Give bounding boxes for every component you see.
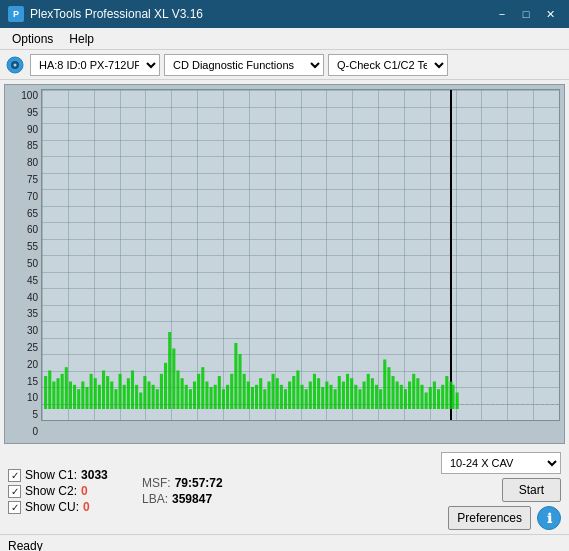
y-axis: 100 95 90 85 80 75 70 65 60 55 50 45 40 … [9,89,41,439]
svg-rect-18 [106,376,109,409]
msf-value: 79:57:72 [175,476,223,490]
drive-select[interactable]: HA:8 ID:0 PX-712UF [30,54,160,76]
svg-rect-46 [222,389,225,409]
start-button[interactable]: Start [502,478,561,502]
svg-rect-23 [127,378,130,409]
svg-rect-62 [288,382,291,410]
chart-area: 100 95 90 85 80 75 70 65 60 55 50 45 40 … [4,84,565,444]
svg-rect-41 [201,367,204,409]
svg-rect-20 [114,389,117,409]
svg-rect-103 [456,393,459,410]
pref-row: Preferences ℹ [448,506,561,530]
svg-rect-12 [81,382,84,410]
svg-rect-73 [334,389,337,409]
lba-value: 359847 [172,492,212,506]
test-select[interactable]: Q-Check C1/C2 Test [328,54,448,76]
svg-rect-75 [342,382,345,410]
svg-rect-61 [284,389,287,409]
menu-bar: Options Help [0,28,569,50]
svg-rect-24 [131,371,134,410]
svg-rect-52 [247,382,250,410]
svg-rect-100 [445,376,448,409]
menu-help[interactable]: Help [61,30,102,48]
svg-rect-95 [425,393,428,410]
svg-rect-90 [404,389,407,409]
svg-rect-10 [73,385,76,409]
svg-rect-36 [181,378,184,409]
svg-rect-98 [437,389,440,409]
cu-row: ✓ Show CU: 0 [8,500,118,514]
checks-column: ✓ Show C1: 3033 ✓ Show C2: 0 ✓ Show CU: … [8,468,118,514]
show-c2-checkbox[interactable]: ✓ [8,485,21,498]
controls-column: 10-24 X CAV 4 X CAV 8 X CAV 16 X CAV Sta… [441,452,561,530]
svg-rect-11 [77,389,80,409]
svg-rect-92 [412,374,415,409]
c1-value: 3033 [81,468,108,482]
svg-rect-76 [346,374,349,409]
svg-rect-45 [218,376,221,409]
preferences-button[interactable]: Preferences [448,506,531,530]
chart-svg [42,90,559,420]
function-select[interactable]: CD Diagnostic Functions [164,54,324,76]
svg-rect-44 [214,385,217,409]
svg-rect-63 [292,376,295,409]
app-icon: P [8,6,24,22]
svg-rect-30 [156,389,159,409]
svg-rect-53 [251,387,254,409]
speed-select[interactable]: 10-24 X CAV 4 X CAV 8 X CAV 16 X CAV [441,452,561,474]
window-title: PlexTools Professional XL V3.16 [30,7,203,21]
svg-rect-26 [139,393,142,410]
svg-rect-6 [56,378,59,409]
msf-row: MSF: 79:57:72 [142,476,252,490]
svg-rect-8 [65,367,68,409]
svg-rect-40 [197,374,200,409]
svg-rect-34 [172,349,175,410]
stats-column: MSF: 79:57:72 LBA: 359847 [142,476,252,506]
drive-icon [4,54,26,76]
svg-rect-88 [396,382,399,410]
svg-rect-35 [176,371,179,410]
cu-label: Show CU: [25,500,79,514]
svg-rect-83 [375,385,378,409]
svg-rect-79 [358,389,361,409]
info-button[interactable]: ℹ [537,506,561,530]
svg-rect-33 [168,332,171,409]
svg-rect-56 [263,389,266,409]
svg-rect-28 [147,382,150,410]
svg-rect-32 [164,363,167,409]
svg-rect-13 [85,387,88,409]
cu-value: 0 [83,500,90,514]
title-bar: P PlexTools Professional XL V3.16 − □ ✕ [0,0,569,28]
msf-label: MSF: [142,476,171,490]
svg-rect-31 [160,374,163,409]
close-button[interactable]: ✕ [539,5,561,23]
svg-rect-22 [123,385,126,409]
svg-rect-57 [267,382,270,410]
menu-options[interactable]: Options [4,30,61,48]
svg-rect-81 [367,374,370,409]
svg-rect-82 [371,378,374,409]
c2-label: Show C2: [25,484,77,498]
svg-rect-99 [441,385,444,409]
maximize-button[interactable]: □ [515,5,537,23]
c1-row: ✓ Show C1: 3033 [8,468,118,482]
svg-rect-74 [338,376,341,409]
minimize-button[interactable]: − [491,5,513,23]
bottom-panel: ✓ Show C1: 3033 ✓ Show C2: 0 ✓ Show CU: … [0,448,569,534]
svg-rect-37 [185,385,188,409]
show-cu-checkbox[interactable]: ✓ [8,501,21,514]
svg-rect-58 [272,374,275,409]
c2-value: 0 [81,484,88,498]
svg-rect-48 [230,374,233,409]
svg-rect-66 [305,389,308,409]
svg-rect-50 [238,354,241,409]
svg-rect-3 [44,376,47,409]
svg-rect-43 [210,387,213,409]
svg-rect-64 [296,371,299,410]
lba-row: LBA: 359847 [142,492,252,506]
svg-rect-16 [98,385,101,409]
show-c1-checkbox[interactable]: ✓ [8,469,21,482]
status-text: Ready [8,539,43,552]
lba-label: LBA: [142,492,168,506]
toolbar: HA:8 ID:0 PX-712UF CD Diagnostic Functio… [0,50,569,80]
